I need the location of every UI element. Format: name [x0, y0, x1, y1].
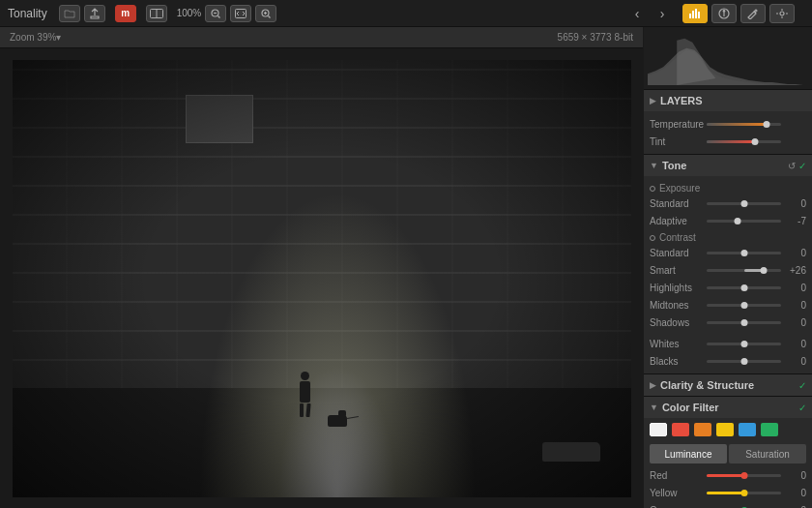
canvas-area: Zoom 39% ▾ 5659 × 3773 8-bit	[0, 27, 643, 508]
layers-header[interactable]: ▶ LAYERS	[644, 90, 812, 111]
brush-button[interactable]	[740, 4, 766, 23]
svg-rect-11	[692, 11, 694, 18]
zoom-out-button[interactable]	[205, 5, 226, 22]
temperature-fill	[707, 123, 767, 126]
zoom-in-button[interactable]	[255, 5, 276, 22]
exp-standard-track[interactable]	[707, 202, 781, 205]
next-button[interactable]: ›	[652, 5, 673, 22]
red-thumb[interactable]	[740, 472, 747, 479]
shadows-thumb[interactable]	[740, 319, 747, 326]
photo	[13, 60, 631, 497]
tint-thumb[interactable]	[752, 138, 759, 145]
whites-thumb[interactable]	[740, 341, 747, 347]
highlights-track[interactable]	[707, 286, 781, 289]
green-label: Green	[650, 505, 703, 509]
clarity-check-icon[interactable]: ✓	[798, 380, 806, 391]
tone-refresh-icon[interactable]: ↺	[788, 161, 796, 171]
yellow-label: Yellow	[650, 488, 703, 498]
swatch-white[interactable]	[650, 423, 667, 436]
histogram-button[interactable]	[682, 4, 708, 23]
highlights-label: Highlights	[650, 283, 703, 293]
exposure-label: Exposure	[644, 180, 812, 194]
yellow-thumb[interactable]	[740, 490, 747, 496]
prev-button[interactable]: ‹	[626, 5, 648, 22]
blacks-label: Blacks	[650, 356, 703, 367]
color-filter-header[interactable]: ▼ Color Filter ✓	[644, 397, 812, 418]
blacks-value: 0	[785, 356, 806, 367]
con-smart-track[interactable]	[707, 269, 781, 272]
swatch-orange[interactable]	[694, 423, 711, 436]
temperature-track[interactable]	[707, 123, 781, 126]
contrast-text: Contrast	[659, 232, 696, 243]
tint-track[interactable]	[707, 140, 781, 143]
zoom-fit-button[interactable]	[230, 5, 251, 22]
vignette	[13, 60, 631, 497]
yellow-track[interactable]	[707, 492, 781, 494]
highlights-thumb[interactable]	[740, 284, 747, 291]
yellow-fill	[707, 492, 744, 494]
con-smart-label: Smart	[650, 265, 703, 276]
nav-buttons: ‹ ›	[626, 5, 673, 22]
con-standard-label: Standard	[650, 248, 703, 258]
color-swatches	[644, 418, 812, 441]
image-container[interactable]	[0, 48, 643, 508]
midtones-thumb[interactable]	[740, 302, 747, 309]
shadows-value: 0	[785, 317, 806, 328]
exposure-dot	[650, 186, 655, 192]
exp-standard-thumb[interactable]	[740, 200, 747, 207]
con-smart-thumb[interactable]	[760, 267, 767, 274]
mask-icon: m	[121, 8, 130, 18]
green-row: Green 0	[644, 501, 812, 508]
saturation-tab[interactable]: Saturation	[729, 444, 806, 463]
blacks-track[interactable]	[707, 360, 781, 363]
swatch-green[interactable]	[761, 423, 778, 436]
mask-button[interactable]: m	[115, 5, 136, 22]
title-bar: Tonality m 100%	[0, 0, 812, 27]
tone-content: Exposure Standard 0 Adaptive -7	[644, 176, 812, 374]
shadows-track[interactable]	[707, 321, 781, 324]
zoom-toggle[interactable]: ▾	[56, 32, 61, 43]
swatch-blue[interactable]	[739, 423, 756, 436]
open-button[interactable]	[59, 5, 80, 22]
swatch-yellow[interactable]	[716, 423, 734, 436]
svg-point-16	[723, 10, 725, 12]
person-head	[301, 372, 309, 380]
luminance-saturation-tabs: Luminance Saturation	[644, 444, 812, 463]
zoom-percent: Zoom 39%	[10, 32, 56, 43]
luminance-tab[interactable]: Luminance	[650, 444, 727, 463]
color-filter-title: Color Filter	[662, 402, 795, 413]
red-label: Red	[650, 470, 703, 481]
temperature-thumb[interactable]	[763, 121, 769, 128]
clarity-title: Clarity & Structure	[660, 379, 795, 391]
tone-header[interactable]: ▼ Tone ↺ ✓	[644, 155, 812, 176]
exposure-adaptive-row: Adaptive -7	[644, 212, 812, 229]
whites-track[interactable]	[707, 343, 781, 345]
contrast-label: Contrast	[644, 229, 812, 244]
tool-buttons	[682, 4, 795, 23]
settings-button[interactable]	[769, 4, 795, 23]
tone-check-icon[interactable]: ✓	[798, 161, 806, 171]
svg-rect-12	[695, 9, 697, 18]
tint-row: Tint	[644, 133, 812, 150]
clarity-header[interactable]: ▶ Clarity & Structure ✓	[644, 374, 812, 396]
zoom-value: 100%	[177, 8, 202, 18]
color-filter-section: ▼ Color Filter ✓ Luminance Saturation	[644, 397, 812, 508]
svg-rect-13	[698, 12, 700, 18]
con-standard-thumb[interactable]	[740, 250, 747, 256]
svg-line-3	[218, 15, 220, 17]
exp-adaptive-track[interactable]	[707, 220, 781, 223]
con-standard-track[interactable]	[707, 252, 781, 254]
share-button[interactable]	[84, 5, 105, 22]
red-track[interactable]	[707, 474, 781, 477]
exp-adaptive-thumb[interactable]	[735, 218, 741, 224]
split-view-button[interactable]	[146, 5, 167, 22]
info-button[interactable]	[711, 4, 737, 23]
color-filter-check-icon[interactable]: ✓	[798, 403, 806, 413]
swatch-red[interactable]	[672, 423, 689, 436]
mask-button-group: m	[115, 5, 136, 22]
main-layout: Zoom 39% ▾ 5659 × 3773 8-bit	[0, 27, 812, 508]
midtones-track[interactable]	[707, 304, 781, 307]
color-filter-arrow: ▼	[650, 403, 658, 412]
blacks-thumb[interactable]	[740, 358, 747, 365]
person-leg-left	[300, 403, 304, 417]
